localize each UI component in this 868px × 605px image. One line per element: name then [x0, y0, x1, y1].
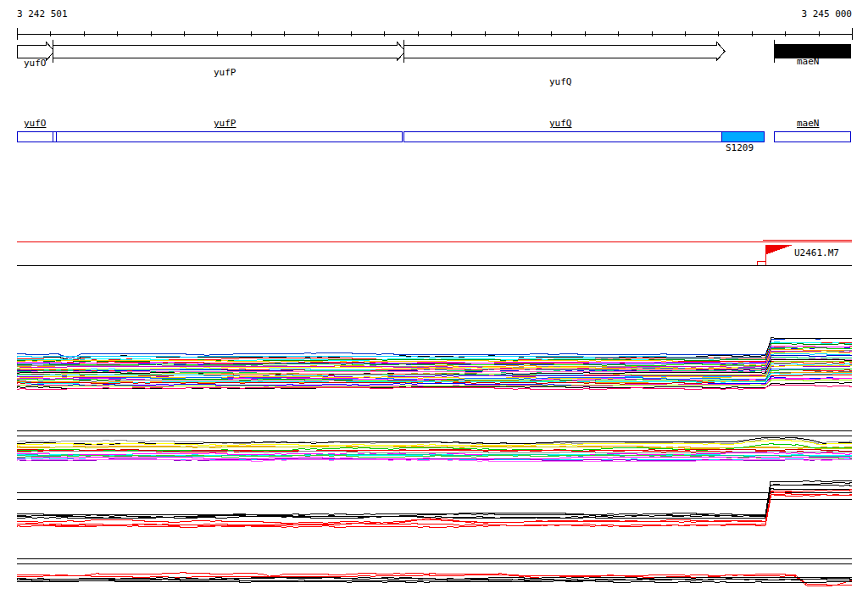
gene-arrow-yufP[interactable] — [53, 42, 405, 61]
ruler-start-coordinate: 3 242 501 — [17, 9, 68, 19]
feature-link-yufO[interactable]: yufO — [24, 119, 47, 129]
ruler-end-coordinate: 3 245 000 — [801, 9, 852, 19]
wiggle-line — [17, 486, 852, 519]
genome-browser-canvas: 3 242 501 3 245 000 yufO yufP yufQ maeN … — [0, 0, 868, 605]
feature-box-yufP[interactable] — [57, 132, 403, 142]
gene-arrow-yufQ[interactable] — [403, 42, 725, 61]
feature-box-yufQ[interactable] — [404, 132, 722, 142]
feature-label-S1209: S1209 — [726, 143, 754, 153]
signal-peak-wedge[interactable] — [765, 245, 792, 254]
feature-box-spacer[interactable] — [53, 132, 57, 142]
feature-link-yufQ[interactable]: yufQ — [549, 119, 572, 129]
gene-label-maeN: maeN — [797, 57, 820, 67]
feature-link-maeN[interactable]: maeN — [797, 119, 820, 129]
gene-label-yufP: yufP — [214, 68, 236, 78]
wiggle-line — [17, 481, 852, 515]
wiggle-line — [17, 491, 852, 525]
signal-marker-box[interactable] — [758, 262, 766, 266]
gene-label-yufQ: yufQ — [549, 77, 572, 87]
feature-link-yufP[interactable]: yufP — [214, 119, 236, 129]
gene-label-yufO: yufO — [24, 58, 47, 69]
feature-box-S1209[interactable] — [722, 132, 765, 142]
tracks-plot — [0, 0, 868, 605]
signal-peak-label: U2461.M7 — [794, 248, 839, 258]
feature-box-yufO[interactable] — [18, 132, 53, 142]
feature-box-maeN[interactable] — [775, 132, 851, 142]
